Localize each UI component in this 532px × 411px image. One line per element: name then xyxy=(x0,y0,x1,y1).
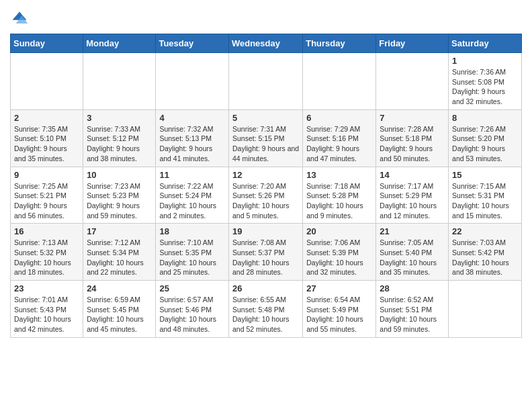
calendar-cell: 23Sunrise: 7:01 AM Sunset: 5:43 PM Dayli… xyxy=(11,281,83,338)
page-header xyxy=(10,7,522,28)
day-info: Sunrise: 7:31 AM Sunset: 5:15 PM Dayligh… xyxy=(232,124,299,164)
calendar-cell: 9Sunrise: 7:25 AM Sunset: 5:21 PM Daylig… xyxy=(11,167,83,224)
day-info: Sunrise: 7:01 AM Sunset: 5:43 PM Dayligh… xyxy=(14,295,79,334)
day-number: 6 xyxy=(306,113,372,123)
day-info: Sunrise: 7:23 AM Sunset: 5:23 PM Dayligh… xyxy=(87,181,152,221)
day-number: 9 xyxy=(14,170,79,180)
day-number: 4 xyxy=(159,113,225,123)
day-number: 7 xyxy=(380,113,445,123)
day-number: 15 xyxy=(452,170,518,180)
calendar-cell: 6Sunrise: 7:29 AM Sunset: 5:16 PM Daylig… xyxy=(303,109,376,167)
day-number: 5 xyxy=(232,113,299,123)
calendar-cell: 15Sunrise: 7:15 AM Sunset: 5:31 PM Dayli… xyxy=(449,167,522,224)
day-number: 12 xyxy=(232,170,299,180)
calendar-header-thursday: Thursday xyxy=(303,34,376,53)
calendar-week-row: 16Sunrise: 7:13 AM Sunset: 5:32 PM Dayli… xyxy=(11,224,522,281)
calendar-week-row: 1Sunrise: 7:36 AM Sunset: 5:08 PM Daylig… xyxy=(11,53,522,110)
day-info: Sunrise: 7:28 AM Sunset: 5:18 PM Dayligh… xyxy=(380,124,445,164)
calendar-cell: 22Sunrise: 7:03 AM Sunset: 5:42 PM Dayli… xyxy=(449,224,522,281)
calendar-header-wednesday: Wednesday xyxy=(228,34,302,53)
day-info: Sunrise: 7:35 AM Sunset: 5:10 PM Dayligh… xyxy=(14,124,79,164)
day-info: Sunrise: 7:10 AM Sunset: 5:35 PM Dayligh… xyxy=(159,238,225,277)
calendar-cell: 13Sunrise: 7:18 AM Sunset: 5:28 PM Dayli… xyxy=(303,167,376,224)
calendar-cell: 21Sunrise: 7:05 AM Sunset: 5:40 PM Dayli… xyxy=(376,224,449,281)
day-info: Sunrise: 6:59 AM Sunset: 5:45 PM Dayligh… xyxy=(87,295,152,334)
calendar-cell: 1Sunrise: 7:36 AM Sunset: 5:08 PM Daylig… xyxy=(449,53,522,110)
day-info: Sunrise: 7:20 AM Sunset: 5:26 PM Dayligh… xyxy=(232,181,299,221)
calendar-header-row: SundayMondayTuesdayWednesdayThursdayFrid… xyxy=(11,34,522,53)
logo xyxy=(10,9,32,28)
day-number: 14 xyxy=(380,170,445,180)
calendar-cell: 24Sunrise: 6:59 AM Sunset: 5:45 PM Dayli… xyxy=(83,281,156,338)
day-number: 18 xyxy=(159,226,225,236)
logo-icon xyxy=(10,9,29,28)
day-number: 1 xyxy=(452,56,518,66)
calendar-page: SundayMondayTuesdayWednesdayThursdayFrid… xyxy=(0,0,532,345)
day-number: 10 xyxy=(87,170,152,180)
calendar-cell: 12Sunrise: 7:20 AM Sunset: 5:26 PM Dayli… xyxy=(228,167,302,224)
day-info: Sunrise: 6:57 AM Sunset: 5:46 PM Dayligh… xyxy=(159,295,225,334)
day-info: Sunrise: 7:26 AM Sunset: 5:20 PM Dayligh… xyxy=(452,124,518,164)
day-info: Sunrise: 7:05 AM Sunset: 5:40 PM Dayligh… xyxy=(380,238,445,277)
calendar-cell: 4Sunrise: 7:32 AM Sunset: 5:13 PM Daylig… xyxy=(156,109,229,167)
day-info: Sunrise: 7:06 AM Sunset: 5:39 PM Dayligh… xyxy=(306,238,372,277)
calendar-cell: 20Sunrise: 7:06 AM Sunset: 5:39 PM Dayli… xyxy=(303,224,376,281)
day-number: 2 xyxy=(14,113,79,123)
calendar-cell: 27Sunrise: 6:54 AM Sunset: 5:49 PM Dayli… xyxy=(303,281,376,338)
day-number: 25 xyxy=(159,283,225,293)
calendar-week-row: 9Sunrise: 7:25 AM Sunset: 5:21 PM Daylig… xyxy=(11,167,522,224)
calendar-cell: 16Sunrise: 7:13 AM Sunset: 5:32 PM Dayli… xyxy=(11,224,83,281)
day-info: Sunrise: 6:54 AM Sunset: 5:49 PM Dayligh… xyxy=(306,295,372,334)
day-number: 13 xyxy=(306,170,372,180)
day-info: Sunrise: 6:55 AM Sunset: 5:48 PM Dayligh… xyxy=(232,295,299,334)
day-number: 27 xyxy=(306,283,372,293)
calendar-week-row: 2Sunrise: 7:35 AM Sunset: 5:10 PM Daylig… xyxy=(11,109,522,167)
calendar-cell: 11Sunrise: 7:22 AM Sunset: 5:24 PM Dayli… xyxy=(156,167,229,224)
day-info: Sunrise: 7:13 AM Sunset: 5:32 PM Dayligh… xyxy=(14,238,79,277)
day-info: Sunrise: 7:12 AM Sunset: 5:34 PM Dayligh… xyxy=(87,238,152,277)
day-info: Sunrise: 7:36 AM Sunset: 5:08 PM Dayligh… xyxy=(452,67,518,107)
calendar-cell: 26Sunrise: 6:55 AM Sunset: 5:48 PM Dayli… xyxy=(228,281,302,338)
calendar-cell: 3Sunrise: 7:33 AM Sunset: 5:12 PM Daylig… xyxy=(83,109,156,167)
calendar-cell: 5Sunrise: 7:31 AM Sunset: 5:15 PM Daylig… xyxy=(228,109,302,167)
day-info: Sunrise: 7:22 AM Sunset: 5:24 PM Dayligh… xyxy=(159,181,225,221)
day-info: Sunrise: 7:17 AM Sunset: 5:29 PM Dayligh… xyxy=(380,181,445,221)
day-info: Sunrise: 7:03 AM Sunset: 5:42 PM Dayligh… xyxy=(452,238,518,277)
calendar-cell: 10Sunrise: 7:23 AM Sunset: 5:23 PM Dayli… xyxy=(83,167,156,224)
day-number: 17 xyxy=(87,226,152,236)
calendar-cell xyxy=(11,53,83,110)
calendar-cell xyxy=(303,53,376,110)
day-number: 26 xyxy=(232,283,299,293)
calendar-table: SundayMondayTuesdayWednesdayThursdayFrid… xyxy=(10,34,522,338)
calendar-header-saturday: Saturday xyxy=(449,34,522,53)
calendar-cell xyxy=(156,53,229,110)
calendar-header-tuesday: Tuesday xyxy=(156,34,229,53)
calendar-cell: 28Sunrise: 6:52 AM Sunset: 5:51 PM Dayli… xyxy=(376,281,449,338)
calendar-cell: 19Sunrise: 7:08 AM Sunset: 5:37 PM Dayli… xyxy=(228,224,302,281)
calendar-cell: 2Sunrise: 7:35 AM Sunset: 5:10 PM Daylig… xyxy=(11,109,83,167)
day-info: Sunrise: 7:18 AM Sunset: 5:28 PM Dayligh… xyxy=(306,181,372,221)
calendar-cell xyxy=(376,53,449,110)
calendar-header-sunday: Sunday xyxy=(11,34,83,53)
day-info: Sunrise: 6:52 AM Sunset: 5:51 PM Dayligh… xyxy=(380,295,445,334)
day-number: 24 xyxy=(87,283,152,293)
day-number: 3 xyxy=(87,113,152,123)
calendar-cell xyxy=(83,53,156,110)
day-number: 11 xyxy=(159,170,225,180)
calendar-header-monday: Monday xyxy=(83,34,156,53)
calendar-cell: 17Sunrise: 7:12 AM Sunset: 5:34 PM Dayli… xyxy=(83,224,156,281)
day-info: Sunrise: 7:08 AM Sunset: 5:37 PM Dayligh… xyxy=(232,238,299,277)
calendar-week-row: 23Sunrise: 7:01 AM Sunset: 5:43 PM Dayli… xyxy=(11,281,522,338)
day-info: Sunrise: 7:32 AM Sunset: 5:13 PM Dayligh… xyxy=(159,124,225,164)
day-number: 23 xyxy=(14,283,79,293)
day-number: 28 xyxy=(380,283,445,293)
day-info: Sunrise: 7:25 AM Sunset: 5:21 PM Dayligh… xyxy=(14,181,79,221)
calendar-header-friday: Friday xyxy=(376,34,449,53)
day-info: Sunrise: 7:15 AM Sunset: 5:31 PM Dayligh… xyxy=(452,181,518,221)
day-number: 20 xyxy=(306,226,372,236)
calendar-cell: 14Sunrise: 7:17 AM Sunset: 5:29 PM Dayli… xyxy=(376,167,449,224)
calendar-cell xyxy=(228,53,302,110)
calendar-cell: 7Sunrise: 7:28 AM Sunset: 5:18 PM Daylig… xyxy=(376,109,449,167)
day-number: 19 xyxy=(232,226,299,236)
day-number: 16 xyxy=(14,226,79,236)
